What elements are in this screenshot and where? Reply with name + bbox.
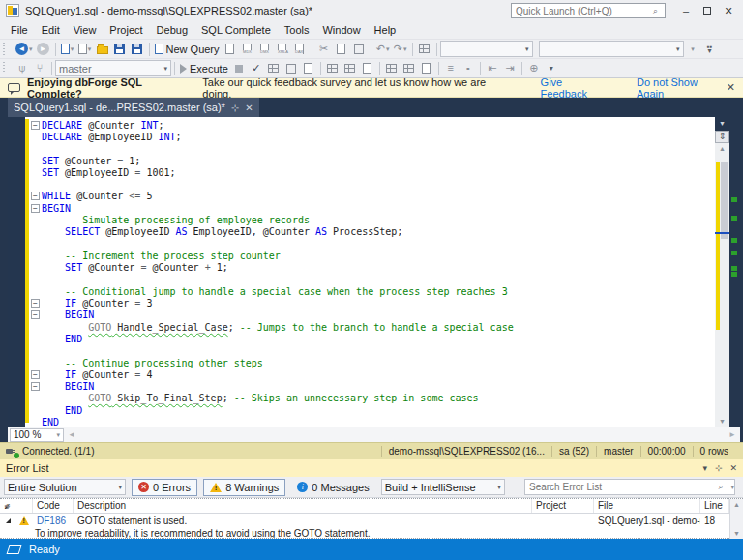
header-description[interactable]: Description <box>74 499 532 513</box>
vertical-scrollbar[interactable]: ▼ ⇕ ▲ ▼ <box>715 117 729 427</box>
selection-tool-button[interactable] <box>416 41 433 58</box>
error-list-scrollbar[interactable]: ▲ ▼ <box>729 499 743 539</box>
client-statistics-button[interactable] <box>359 60 376 77</box>
estimated-plan-button[interactable] <box>265 60 282 77</box>
specify-values-button[interactable]: ⊕ <box>525 60 543 77</box>
header-expander-column[interactable]: ⸙ <box>0 499 15 513</box>
dismiss-link[interactable]: Do not Show Again <box>637 76 727 100</box>
new-query-button[interactable]: New Query <box>153 41 222 58</box>
toolbar-overflow-button[interactable]: ▪▪▾ <box>701 41 719 58</box>
redo-button[interactable]: ↷▾ <box>392 41 409 58</box>
comment-button[interactable]: ≡ <box>442 60 460 77</box>
code-editor[interactable]: −DECLARE @Counter INT;DECLARE @EmployeeI… <box>8 117 715 427</box>
notification-close-button[interactable]: ✕ <box>727 81 735 94</box>
close-button[interactable]: ✕ <box>718 3 739 18</box>
results-to-grid-button[interactable] <box>401 60 418 77</box>
open-file-button[interactable] <box>94 41 111 58</box>
error-search-box[interactable]: ⌕ ▾ <box>524 479 735 495</box>
dax-query-button[interactable]: DAX <box>291 41 309 58</box>
toolbar-grip[interactable] <box>3 62 11 75</box>
actual-plan-button[interactable] <box>324 60 342 77</box>
menu-tools[interactable]: Tools <box>278 22 316 38</box>
errors-filter-button[interactable]: ✕ 0 Errors <box>132 479 197 496</box>
menu-window[interactable]: Window <box>315 22 367 38</box>
increase-indent-button[interactable]: ⇥ <box>501 60 519 77</box>
scrollbar-thumb[interactable] <box>721 162 728 239</box>
new-query-icon-button[interactable]: ▾ <box>59 41 76 58</box>
undo-button[interactable]: ↶▾ <box>374 41 392 58</box>
menu-edit[interactable]: Edit <box>35 22 67 38</box>
xmla-query-button[interactable]: XMLA <box>274 41 291 58</box>
fold-toggle-icon[interactable]: − <box>29 382 42 391</box>
error-code-link[interactable]: DF186 <box>33 516 74 526</box>
maximize-button[interactable] <box>697 3 718 18</box>
menu-help[interactable]: Help <box>368 22 403 38</box>
results-to-text-button[interactable] <box>383 60 401 77</box>
cancel-query-button[interactable] <box>230 60 248 77</box>
fold-toggle-icon[interactable]: − <box>29 370 42 379</box>
paste-button[interactable] <box>350 41 368 58</box>
scroll-down-arrow-icon[interactable]: ▼ <box>733 530 740 537</box>
row-expander-icon[interactable] <box>6 518 11 523</box>
connect-button[interactable]: ⍦ <box>14 60 31 77</box>
add-item-button[interactable]: ▾ <box>76 41 94 58</box>
tab-list-dropdown-icon[interactable]: ▼ <box>715 117 729 131</box>
menu-file[interactable]: File <box>4 22 35 38</box>
mdx-query-button[interactable]: MDX <box>239 41 256 58</box>
toolbar-grip[interactable] <box>3 43 11 56</box>
toolbar-overflow-button[interactable]: ▾ <box>543 60 560 77</box>
give-feedback-link[interactable]: Give Feedback <box>541 76 611 100</box>
messages-filter-button[interactable]: i 0 Messages <box>291 479 374 496</box>
parse-button[interactable]: ✓ <box>248 60 265 77</box>
toolbar-combo-2[interactable]: ▾ <box>539 41 684 57</box>
change-connection-button[interactable]: ⑂ <box>31 60 48 77</box>
menu-view[interactable]: View <box>67 22 104 38</box>
navigate-forward-button[interactable]: ► <box>35 41 52 58</box>
tab-close-icon[interactable]: ✕ <box>245 103 253 113</box>
uncomment-button[interactable]: ⹀ <box>460 60 477 77</box>
close-icon[interactable]: ✕ <box>729 463 737 473</box>
header-code[interactable]: Code <box>33 499 74 513</box>
error-list-title-bar[interactable]: Error List ▾ ⊹ ✕ <box>0 459 743 477</box>
warnings-filter-button[interactable]: 8 Warnings <box>203 479 285 496</box>
execute-button[interactable]: Execute <box>178 60 230 77</box>
scroll-down-arrow-icon[interactable]: ▼ <box>715 416 729 427</box>
database-dropdown[interactable]: master▾ <box>55 60 171 76</box>
quick-launch-input[interactable] <box>512 6 653 16</box>
fold-toggle-icon[interactable]: − <box>29 310 42 319</box>
save-all-button[interactable] <box>129 41 146 58</box>
error-row[interactable]: DF186 GOTO statement is used. SQLQuery1.… <box>0 514 729 528</box>
menu-project[interactable]: Project <box>103 22 149 38</box>
results-to-file-button[interactable] <box>418 60 435 77</box>
save-button[interactable] <box>111 41 129 58</box>
cut-button[interactable]: ✂ <box>315 41 333 58</box>
source-filter-dropdown[interactable]: Build + IntelliSense ▾ <box>381 479 505 495</box>
query-options-button[interactable] <box>282 60 300 77</box>
database-engine-query-button[interactable] <box>222 41 239 58</box>
minimize-button[interactable]: – <box>675 3 697 18</box>
quick-launch-box[interactable]: ⌕ <box>511 3 666 18</box>
menu-debug[interactable]: Debug <box>150 22 194 38</box>
toolbar-combo-1[interactable]: ▾ <box>440 41 533 57</box>
scroll-up-arrow-icon[interactable]: ▲ <box>733 501 740 508</box>
header-file[interactable]: File <box>594 499 700 513</box>
scroll-up-arrow-icon[interactable]: ▲ <box>715 143 729 154</box>
fold-toggle-icon[interactable]: − <box>29 299 42 308</box>
navigate-back-button[interactable]: ◄▾ <box>14 41 35 58</box>
scroll-left-arrow-icon[interactable]: ◄ <box>64 430 79 439</box>
scroll-right-arrow-icon[interactable]: ► <box>725 430 740 439</box>
pin-icon[interactable]: ⊹ <box>715 463 723 473</box>
scrollbar-track[interactable] <box>715 154 729 416</box>
toolbar-options-button[interactable]: ▾ <box>684 41 701 58</box>
pin-icon[interactable]: ⊹ <box>231 103 239 113</box>
intellisense-button[interactable] <box>300 60 317 77</box>
fold-toggle-icon[interactable]: − <box>29 121 42 130</box>
fold-toggle-icon[interactable]: − <box>29 192 42 200</box>
decrease-indent-button[interactable]: ⇤ <box>484 60 501 77</box>
scope-dropdown[interactable]: Entire Solution ▾ <box>4 479 126 495</box>
header-line[interactable]: Line <box>700 499 729 513</box>
window-position-icon[interactable]: ▾ <box>702 463 707 473</box>
header-project[interactable]: Project <box>532 499 594 513</box>
live-statistics-button[interactable] <box>342 60 359 77</box>
copy-button[interactable] <box>333 41 350 58</box>
